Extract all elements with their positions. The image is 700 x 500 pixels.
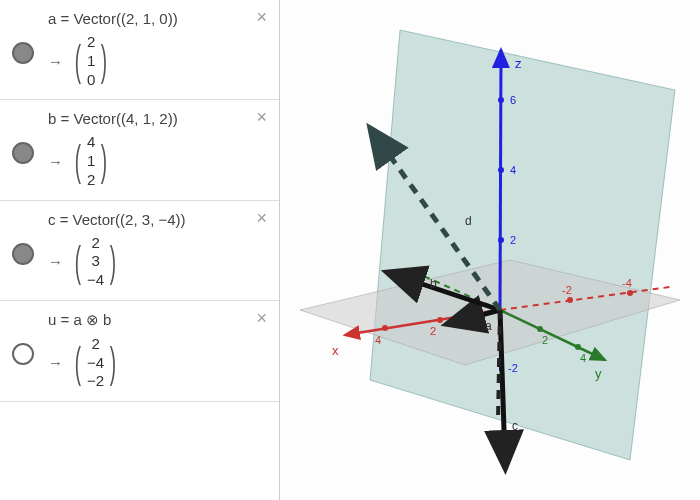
paren-right-icon: ): [101, 37, 107, 85]
delete-item-button[interactable]: ×: [256, 8, 267, 26]
paren-right-icon: ): [110, 238, 116, 286]
vector-component: 2: [91, 234, 99, 253]
paren-right-icon: ): [101, 137, 107, 185]
vector-a-label: a: [485, 319, 492, 333]
item-result: →(2−4−2): [48, 335, 271, 391]
vector-components: 412: [85, 133, 97, 189]
z-tick-n2: -2: [508, 362, 518, 374]
algebra-item-b[interactable]: b = Vector((4, 1, 2))→(412)×: [0, 100, 279, 200]
x-tick-n2: -2: [562, 284, 572, 296]
algebra-item-c[interactable]: c = Vector((2, 3, −4))→(23−4)×: [0, 201, 279, 301]
visibility-toggle-a[interactable]: [12, 42, 34, 64]
visibility-toggle-b[interactable]: [12, 142, 34, 164]
paren-left-icon: (: [75, 238, 81, 286]
delete-item-button[interactable]: ×: [256, 209, 267, 227]
z-tick-6: 6: [510, 94, 516, 106]
vector-component: 1: [87, 52, 95, 71]
y-tick-2: 2: [542, 334, 548, 346]
vector-components: 210: [85, 33, 97, 89]
algebra-item-a[interactable]: a = Vector((2, 1, 0))→(210)×: [0, 0, 279, 100]
paren-right-icon: ): [110, 339, 116, 387]
svg-point-8: [575, 344, 581, 350]
vector-component: −4: [87, 271, 104, 290]
x-tick-4: 4: [375, 334, 381, 346]
vector-component: −2: [87, 372, 104, 391]
delete-item-button[interactable]: ×: [256, 108, 267, 126]
result-arrow-icon: →: [48, 253, 63, 270]
item-body: a = Vector((2, 1, 0))→(210): [48, 10, 271, 89]
scene-3d[interactable]: 2 4 6 z -2 2 4 -2 -4 x 2 4 y a b c d: [280, 0, 700, 500]
svg-point-3: [437, 317, 443, 323]
z-axis-label: z: [515, 56, 522, 71]
vector-components: 23−4: [85, 234, 106, 290]
3d-graphics-view[interactable]: 2 4 6 z -2 2 4 -2 -4 x 2 4 y a b c d: [280, 0, 700, 500]
item-result: →(23−4): [48, 234, 271, 290]
visibility-toggle-c[interactable]: [12, 243, 34, 265]
svg-point-7: [537, 326, 543, 332]
y-axis-label: y: [595, 366, 602, 381]
z-axis: [500, 50, 501, 310]
tilted-plane[interactable]: [370, 30, 675, 460]
vector-component: 2: [91, 335, 99, 354]
vector-component: 3: [91, 252, 99, 271]
vector-component: −4: [87, 354, 104, 373]
vector-b-label: b: [430, 277, 437, 291]
item-definition: b = Vector((4, 1, 2)): [48, 110, 271, 127]
vector-component: 2: [87, 33, 95, 52]
x-tick-2: 2: [430, 325, 436, 337]
z-tick-2: 2: [510, 234, 516, 246]
z-tick-4: 4: [510, 164, 516, 176]
item-definition: a = Vector((2, 1, 0)): [48, 10, 271, 27]
vector-components: 2−4−2: [85, 335, 106, 391]
vector-display: (210): [71, 33, 111, 89]
vector-component: 1: [87, 152, 95, 171]
vector-display: (2−4−2): [71, 335, 120, 391]
svg-point-0: [498, 237, 504, 243]
svg-point-5: [567, 297, 573, 303]
vector-component: 4: [87, 133, 95, 152]
vector-d-label: d: [465, 214, 472, 228]
vector-component: 0: [87, 71, 95, 90]
algebra-item-u[interactable]: u = a ⊗ b→(2−4−2)×: [0, 301, 279, 402]
item-body: b = Vector((4, 1, 2))→(412): [48, 110, 271, 189]
algebra-view[interactable]: a = Vector((2, 1, 0))→(210)×b = Vector((…: [0, 0, 280, 500]
result-arrow-icon: →: [48, 354, 63, 371]
delete-item-button[interactable]: ×: [256, 309, 267, 327]
item-body: c = Vector((2, 3, −4))→(23−4): [48, 211, 271, 290]
x-tick-n4: -4: [622, 277, 632, 289]
vector-display: (23−4): [71, 234, 120, 290]
svg-point-1: [498, 167, 504, 173]
vector-display: (412): [71, 133, 111, 189]
item-definition: u = a ⊗ b: [48, 311, 271, 329]
visibility-toggle-u[interactable]: [12, 343, 34, 365]
item-result: →(210): [48, 33, 271, 89]
svg-point-6: [627, 290, 633, 296]
paren-left-icon: (: [75, 137, 81, 185]
svg-point-4: [382, 325, 388, 331]
y-tick-4: 4: [580, 352, 586, 364]
paren-left-icon: (: [75, 339, 81, 387]
svg-point-2: [498, 97, 504, 103]
item-definition: c = Vector((2, 3, −4)): [48, 211, 271, 228]
vector-component: 2: [87, 171, 95, 190]
result-arrow-icon: →: [48, 153, 63, 170]
result-arrow-icon: →: [48, 53, 63, 70]
vector-c-label: c: [512, 419, 518, 433]
paren-left-icon: (: [75, 37, 81, 85]
x-axis-label: x: [332, 343, 339, 358]
item-body: u = a ⊗ b→(2−4−2): [48, 311, 271, 391]
item-result: →(412): [48, 133, 271, 189]
